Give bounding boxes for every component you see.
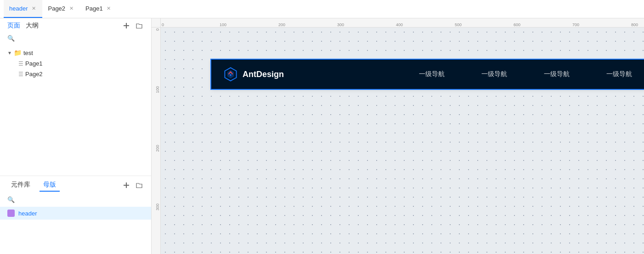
ant-logo: AntDesign — [222, 66, 284, 83]
v-ruler-content: 0 100 200 300 — [152, 28, 161, 254]
h-ruler-content: 0 100 200 300 400 500 600 700 800 — [161, 18, 644, 27]
h-tick-600: 600 — [514, 22, 520, 27]
svg-rect-1 — [124, 25, 129, 26]
canvas-area: 0 100 200 300 400 500 600 700 800 0 100 … — [152, 18, 644, 254]
tab-outline[interactable]: 大纲 — [26, 22, 39, 30]
tab-header[interactable]: header ✕ — [4, 0, 42, 18]
components-search-icon: 🔍 — [7, 196, 15, 203]
chevron-down-icon: ▼ — [7, 50, 12, 55]
tab-components[interactable]: 元件库 — [7, 179, 34, 192]
tab-masters[interactable]: 母版 — [40, 179, 60, 192]
h-tick-800: 800 — [631, 22, 638, 27]
h-tick-0: 0 — [162, 22, 164, 27]
tree-item-page2[interactable]: ☰ Page2 — [11, 69, 151, 79]
main-area: 页面 大纲 🔍 ▼ 📁 test — [0, 18, 644, 254]
page-icon-1: ☰ — [18, 61, 23, 67]
page2-label: Page2 — [25, 71, 43, 77]
ant-nav: 一级导航 一级导航 一级导航 一级导航 — [311, 60, 644, 89]
master-icon-header — [7, 210, 15, 217]
tree-item-page1[interactable]: ☰ Page1 — [11, 58, 151, 69]
ant-logo-icon — [222, 66, 239, 83]
tab-page2-label: Page2 — [48, 5, 65, 12]
pages-tools — [122, 21, 144, 30]
page1-label: Page1 — [25, 60, 43, 67]
ant-nav-item-2[interactable]: 一级导航 — [463, 60, 525, 89]
h-tick-700: 700 — [572, 22, 579, 27]
pages-search-icon: 🔍 — [7, 35, 15, 42]
tab-page1[interactable]: Page1 ✕ — [80, 0, 118, 18]
h-tick-200: 200 — [278, 22, 285, 27]
folder-master-icon[interactable] — [135, 181, 144, 190]
sidebar-pages-section: 页面 大纲 🔍 ▼ 📁 test — [0, 18, 151, 176]
master-item-header-label: header — [18, 210, 37, 217]
ruler-horizontal: 0 100 200 300 400 500 600 700 800 — [161, 18, 644, 28]
v-tick-100: 100 — [155, 86, 160, 93]
folder-icon[interactable] — [135, 21, 144, 30]
tab-page1-close[interactable]: ✕ — [106, 6, 112, 12]
ruler-vertical: 0 100 200 300 — [152, 28, 161, 254]
master-item-header[interactable]: header — [0, 207, 151, 220]
tab-page2[interactable]: Page2 ✕ — [42, 0, 80, 18]
tree-children: ☰ Page1 ☰ Page2 — [0, 58, 151, 79]
pages-tabs: 页面 大纲 — [7, 22, 39, 30]
h-tick-500: 500 — [455, 22, 462, 27]
tab-pages[interactable]: 页面 — [7, 22, 20, 30]
tab-header-close[interactable]: ✕ — [30, 6, 37, 12]
pages-search-row: 🔍 — [0, 33, 151, 44]
tab-page2-close[interactable]: ✕ — [68, 6, 74, 12]
ant-nav-item-4[interactable]: 一级导航 — [588, 60, 644, 89]
v-tick-200: 200 — [155, 145, 160, 152]
folder-blue-icon: 📁 — [14, 49, 22, 56]
svg-point-6 — [230, 74, 232, 76]
add-master-icon[interactable] — [122, 181, 131, 190]
ant-nav-item-3[interactable]: 一级导航 — [525, 60, 588, 89]
pages-tree: ▼ 📁 test ☰ Page1 ☰ Page2 — [0, 44, 151, 176]
components-tools — [122, 181, 144, 190]
canvas-content: AntDesign 一级导航 一级导航 一级导航 一级导航 — [161, 28, 644, 254]
components-search-row: 🔍 — [0, 194, 151, 205]
v-tick-0: 0 — [155, 28, 160, 31]
components-header-row: 元件库 母版 — [0, 176, 151, 194]
components-tabs: 元件库 母版 — [7, 179, 60, 192]
h-tick-400: 400 — [396, 22, 403, 27]
ant-nav-item-1[interactable]: 一级导航 — [401, 60, 463, 89]
tab-page1-label: Page1 — [85, 5, 103, 12]
ant-logo-text: AntDesign — [243, 70, 284, 79]
page-frame[interactable]: AntDesign 一级导航 一级导航 一级导航 一级导航 — [211, 60, 644, 89]
masters-list: header — [0, 205, 151, 254]
sidebar: 页面 大纲 🔍 ▼ 📁 test — [0, 18, 152, 254]
canvas-viewport[interactable]: AntDesign 一级导航 一级导航 一级导航 一级导航 — [161, 28, 644, 254]
tab-header-label: header — [9, 5, 28, 12]
tab-bar: header ✕ Page2 ✕ Page1 ✕ — [0, 0, 644, 18]
v-tick-300: 300 — [155, 204, 160, 210]
h-tick-100: 100 — [220, 22, 226, 27]
pages-header-row: 页面 大纲 — [0, 18, 151, 33]
add-page-icon[interactable] — [122, 21, 131, 30]
h-tick-300: 300 — [337, 22, 344, 27]
ant-design-header: AntDesign 一级导航 一级导航 一级导航 一级导航 — [211, 60, 644, 89]
sidebar-components-section: 元件库 母版 🔍 header — [0, 176, 151, 254]
page-icon-2: ☰ — [18, 71, 23, 77]
tree-folder-test[interactable]: ▼ 📁 test — [0, 47, 151, 58]
ruler-corner — [152, 18, 161, 28]
folder-name: test — [23, 50, 33, 56]
svg-rect-3 — [124, 185, 129, 186]
